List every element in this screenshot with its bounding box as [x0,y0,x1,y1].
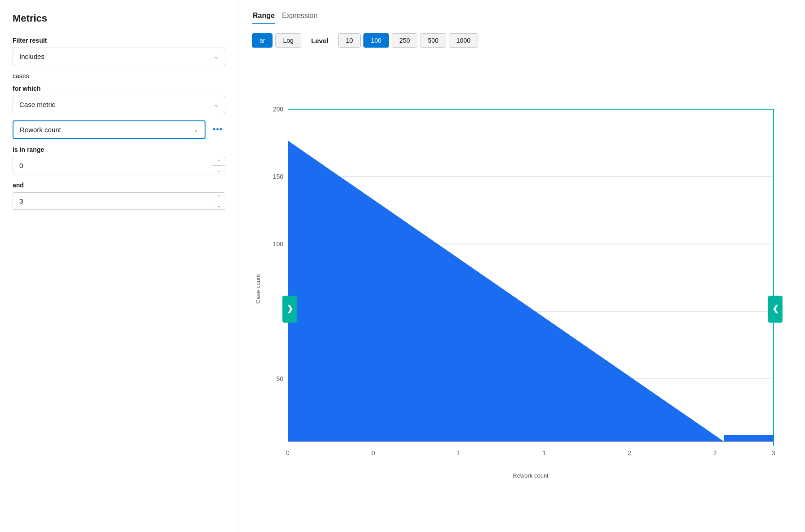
svg-text:100: 100 [273,240,284,248]
range-end-increment[interactable]: ⌃ [212,192,225,201]
svg-text:❮: ❮ [772,304,779,314]
level-10-button[interactable]: 10 [338,33,361,48]
and-group: and ⌃ ⌄ [13,182,225,210]
rework-row: Rework count ⌄ ••• [13,120,225,139]
range-end-input[interactable] [13,192,225,210]
svg-text:50: 50 [276,375,283,382]
scale-log-button[interactable]: Log [275,33,301,48]
tab-expression[interactable]: Expression [281,9,324,24]
cases-label: cases [13,72,225,80]
range-start-input[interactable] [13,157,225,174]
svg-text:3: 3 [772,449,775,457]
svg-text:1: 1 [457,449,461,457]
range-end-spinner: ⌃ ⌄ [212,192,225,210]
filter-result-group: Filter result Includes ⌄ [13,37,225,65]
controls-bar: ar Log Level 10 100 250 500 1000 [252,33,792,48]
range-start-wrapper: ⌃ ⌄ [13,157,225,174]
filter-result-dropdown[interactable]: Includes ⌄ [13,48,225,65]
right-panel: Range Expression ar Log Level 10 100 250… [238,0,805,532]
is-in-range-group: is in range ⌃ ⌄ [13,146,225,174]
svg-text:2: 2 [713,449,717,457]
panel-title: Metrics [13,13,225,24]
level-100-button[interactable]: 100 [363,33,389,48]
left-panel: Metrics Filter result Includes ⌄ cases f… [0,0,238,532]
filter-result-label: Filter result [13,37,225,44]
scale-linear-button[interactable]: ar [252,33,273,48]
is-in-range-label: is in range [13,146,225,153]
tabs-row: Range Expression [252,9,792,24]
filter-result-chevron-icon: ⌄ [214,53,219,60]
for-which-group: for which Case metric ⌄ [13,85,225,113]
range-end-wrapper: ⌃ ⌄ [13,192,225,210]
svg-text:0: 0 [371,449,375,457]
svg-rect-9 [724,435,774,442]
for-which-label: for which [13,85,225,92]
range-start-decrement[interactable]: ⌄ [212,166,225,174]
level-500-button[interactable]: 500 [420,33,446,48]
chart-container: ❯ ❮ 200 150 100 50 0 0 1 1 2 2 3 Case co… [252,55,792,523]
svg-text:Rework count: Rework count [513,472,549,479]
tab-range[interactable]: Range [252,9,281,24]
range-start-spinner: ⌃ ⌄ [212,157,225,174]
rework-count-dropdown[interactable]: Rework count ⌄ [13,120,206,139]
level-label: Level [304,34,335,48]
case-metric-value: Case metric [19,101,55,108]
svg-text:2: 2 [628,449,631,457]
svg-text:200: 200 [273,106,284,113]
svg-text:❯: ❯ [286,304,293,314]
rework-count-chevron-icon: ⌄ [194,127,198,133]
svg-text:Case count: Case count [255,274,261,304]
level-1000-button[interactable]: 1000 [449,33,478,48]
svg-text:0: 0 [286,449,290,457]
rework-count-value: Rework count [20,126,61,133]
case-metric-chevron-icon: ⌄ [214,102,219,108]
range-start-increment[interactable]: ⌃ [212,157,225,166]
more-options-button[interactable]: ••• [210,123,225,136]
chart-svg: ❯ ❮ 200 150 100 50 0 0 1 1 2 2 3 Case co… [252,55,792,523]
filter-result-value: Includes [19,53,45,60]
level-250-button[interactable]: 250 [392,33,417,48]
and-label: and [13,182,225,189]
range-end-decrement[interactable]: ⌄ [212,201,225,210]
case-metric-dropdown[interactable]: Case metric ⌄ [13,96,225,113]
svg-marker-8 [288,141,724,442]
svg-text:1: 1 [542,449,546,457]
svg-text:150: 150 [273,173,284,180]
